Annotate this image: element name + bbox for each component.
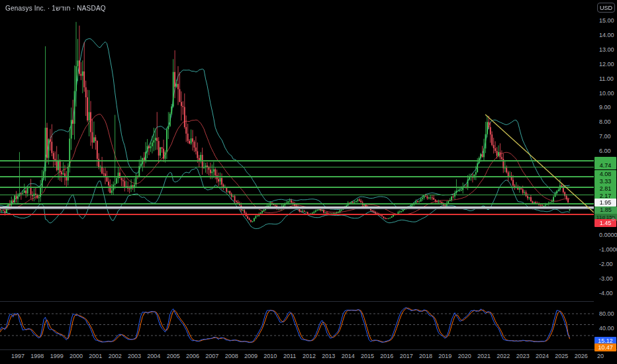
axis-partial-digit: 0 bbox=[612, 216, 614, 222]
time-axis-year-label: 2017 bbox=[400, 353, 413, 359]
time-axis-year-label: 1998 bbox=[30, 353, 44, 359]
time-axis-year-label: 2011 bbox=[283, 353, 296, 359]
price-line-label-1-95[interactable]: 1.95 bbox=[594, 199, 616, 206]
time-axis-year-label: 20 bbox=[597, 353, 604, 359]
time-axis-year-label: 2025 bbox=[555, 353, 568, 359]
symbol-title[interactable]: Genasys Inc. · 1חודש · NASDAQ bbox=[5, 5, 106, 12]
price-axis-label: -4.00 bbox=[599, 290, 613, 296]
price-axis-label: -3.00 bbox=[599, 275, 613, 282]
stoch-d-value-label: 10.47 bbox=[594, 343, 616, 351]
tradingview-chart-window: 15.0014.0013.0012.0011.0010.009.008.007.… bbox=[0, 0, 617, 364]
time-axis-year-label: 2016 bbox=[380, 353, 393, 359]
price-line-label-4-74[interactable]: 4.74 bbox=[594, 161, 616, 169]
time-axis-year-label: 2005 bbox=[167, 353, 180, 359]
price-axis-label: 7.00 bbox=[599, 133, 611, 140]
price-axis-label: -1.0000 bbox=[599, 246, 617, 253]
time-axis-year-label: 1999 bbox=[50, 353, 64, 359]
support-resistance-line-4.74[interactable] bbox=[0, 167, 594, 168]
time-axis-year-label: 2020 bbox=[458, 353, 471, 359]
current-price-value: 1.85 bbox=[594, 206, 617, 214]
time-axis-year-label: 2004 bbox=[147, 353, 160, 359]
price-axis-label: 0.0000 bbox=[599, 232, 617, 238]
time-axis-year-label: 2021 bbox=[477, 353, 491, 359]
time-axis-year-label: 2018 bbox=[419, 353, 432, 359]
support-resistance-line-4.08[interactable] bbox=[0, 176, 594, 177]
support-resistance-line-1.45[interactable] bbox=[0, 214, 594, 215]
time-axis-year-label: 2019 bbox=[438, 353, 451, 359]
time-axis-year-label: 2008 bbox=[225, 353, 238, 359]
price-axis-label: 15.00 bbox=[599, 17, 614, 24]
price-axis-label: 13.00 bbox=[599, 46, 614, 53]
support-resistance-line-3.33[interactable] bbox=[0, 187, 594, 188]
time-axis-year-label: 2022 bbox=[497, 353, 510, 359]
time-axis-year-label: 2003 bbox=[128, 353, 141, 359]
time-axis-year-label: 2023 bbox=[516, 353, 530, 359]
pane-divider[interactable] bbox=[0, 301, 617, 302]
time-axis-year-label: 2007 bbox=[205, 353, 218, 359]
time-axis[interactable]: 1997199819992000200120022003200420052006… bbox=[0, 350, 617, 364]
price-axis-label: 10.00 bbox=[599, 90, 614, 97]
time-axis-year-label: 2009 bbox=[244, 353, 258, 359]
time-axis-year-label: 2014 bbox=[342, 353, 355, 359]
time-axis-year-label: 2001 bbox=[89, 353, 102, 359]
time-axis-year-label: 2024 bbox=[536, 353, 549, 359]
support-resistance-line-5.18[interactable] bbox=[0, 160, 594, 161]
time-axis-year-label: 2010 bbox=[263, 353, 277, 359]
price-axis-label: 14.00 bbox=[599, 32, 614, 38]
time-axis-year-label: 2006 bbox=[186, 353, 199, 359]
price-axis-label: -2.00 bbox=[599, 261, 613, 267]
time-axis-year-label: 2012 bbox=[303, 353, 316, 359]
price-axis-label: 40.00 bbox=[599, 325, 614, 332]
time-axis-year-label: 2026 bbox=[575, 353, 588, 359]
time-axis-year-label: 1997 bbox=[11, 353, 24, 359]
price-axis-label: 80.00 bbox=[599, 310, 614, 317]
time-axis-year-label: 2015 bbox=[361, 353, 374, 359]
price-axis-label: 6.00 bbox=[599, 148, 611, 154]
time-axis-year-label: 2013 bbox=[322, 353, 335, 359]
currency-toggle-button[interactable]: USD bbox=[597, 3, 615, 13]
price-axis-label: 12.00 bbox=[599, 61, 614, 68]
price-axis-label: 9.00 bbox=[599, 104, 611, 111]
time-axis-year-label: 2002 bbox=[109, 353, 122, 359]
price-axis-label: 8.00 bbox=[599, 118, 611, 125]
main-chart-canvas[interactable] bbox=[0, 0, 617, 364]
support-resistance-line-1.85[interactable] bbox=[0, 208, 594, 209]
price-axis-label: 11.00 bbox=[599, 75, 614, 82]
support-resistance-line-2.17[interactable] bbox=[0, 203, 594, 205]
support-resistance-line-2.81[interactable] bbox=[0, 195, 594, 196]
time-axis-year-label: 2000 bbox=[70, 353, 83, 359]
